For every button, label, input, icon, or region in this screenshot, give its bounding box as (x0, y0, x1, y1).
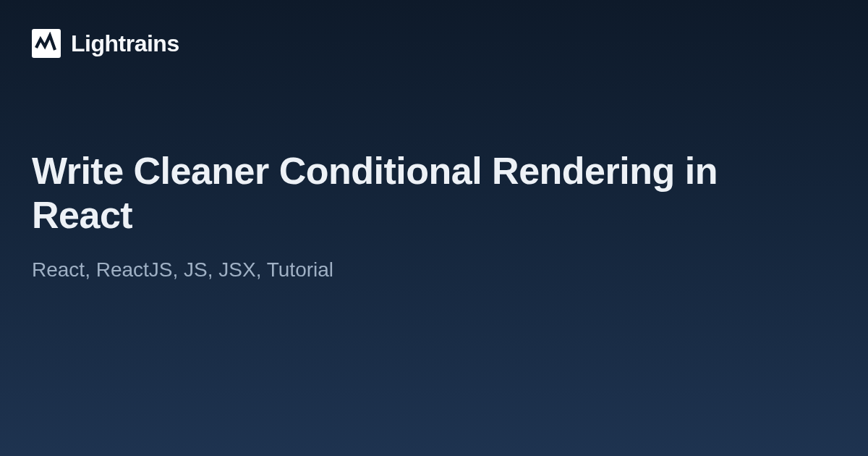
og-card: Lightrains Write Cleaner Conditional Ren… (0, 0, 868, 311)
article-tags: React, ReactJS, JS, JSX, Tutorial (32, 258, 836, 282)
brand-name: Lightrains (71, 30, 179, 57)
brand-row: Lightrains (32, 29, 836, 58)
brand-logo-icon (32, 29, 61, 58)
article-title: Write Cleaner Conditional Rendering in R… (32, 149, 827, 238)
